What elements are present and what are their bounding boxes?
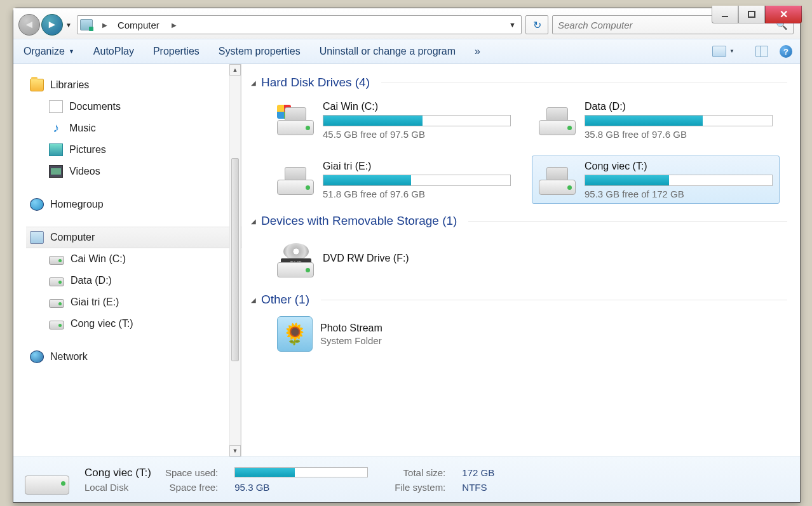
autoplay-button[interactable]: AutoPlay	[93, 46, 134, 57]
computer-icon	[30, 231, 44, 244]
command-bar: Organize▼ AutoPlay Properties System pro…	[13, 39, 800, 64]
sidebar-item-drive-t[interactable]: Cong viec (T:)	[26, 313, 241, 335]
section-other[interactable]: ◢ Other (1)	[251, 293, 787, 307]
system-properties-button[interactable]: System properties	[219, 46, 301, 57]
organize-menu[interactable]: Organize▼	[24, 46, 74, 57]
minimize-button[interactable]	[712, 6, 738, 23]
music-icon: ♪	[49, 122, 63, 135]
forward-button[interactable]: ►	[41, 14, 63, 36]
sidebar-item-pictures[interactable]: Pictures	[26, 139, 241, 161]
hard-drive-icon	[539, 105, 577, 135]
details-drive-name: Cong viec (T:)	[85, 467, 151, 479]
svg-rect-0	[722, 16, 728, 17]
pictures-icon	[49, 143, 63, 156]
sidebar-item-libraries[interactable]: Libraries	[26, 74, 241, 96]
sidebar-item-drive-e[interactable]: Giai tri (E:)	[26, 291, 241, 313]
preview-pane-button[interactable]	[755, 46, 768, 57]
network-icon	[30, 350, 44, 363]
details-space-bar	[234, 467, 368, 477]
hard-drive-icon	[277, 105, 315, 135]
sidebar-item-drive-d[interactable]: Data (D:)	[26, 270, 241, 291]
window-controls: ✕	[712, 6, 802, 23]
folder-icon	[30, 79, 44, 91]
navigation-pane: Libraries Documents ♪Music Pictures Vide…	[13, 64, 242, 456]
properties-button[interactable]: Properties	[153, 46, 200, 57]
collapse-icon: ◢	[251, 218, 256, 225]
hard-drive-icon	[277, 164, 315, 195]
sidebar-item-documents[interactable]: Documents	[26, 96, 241, 117]
details-drive-type: Local Disk	[85, 482, 151, 493]
capacity-bar	[323, 115, 511, 126]
scroll-track[interactable]	[229, 76, 241, 445]
scroll-down-button[interactable]: ▼	[229, 445, 241, 456]
hard-drive-icon	[539, 164, 577, 195]
history-dropdown[interactable]: ▼	[64, 22, 73, 29]
address-bar[interactable]: ▶ Computer ▶ ▼	[77, 15, 522, 34]
computer-icon	[80, 19, 93, 30]
refresh-button[interactable]: ↻	[525, 15, 548, 34]
sidebar-item-videos[interactable]: Videos	[26, 161, 241, 182]
drive-icon	[49, 256, 64, 265]
videos-icon	[49, 165, 63, 178]
breadcrumb-computer[interactable]: Computer	[112, 16, 165, 34]
details-pane: Cong viec (T:) Local Disk Space used: Sp…	[13, 456, 800, 502]
address-dropdown[interactable]: ▼	[504, 21, 521, 29]
navigation-bar: ◄ ► ▼ ▶ Computer ▶ ▼ ↻ 🔍	[13, 8, 800, 39]
view-options-button[interactable]	[712, 46, 726, 57]
collapse-icon: ◢	[251, 79, 256, 86]
sidebar-item-network[interactable]: Network	[26, 346, 241, 368]
drive-icon	[49, 321, 64, 330]
homegroup-icon	[30, 198, 44, 211]
dvd-drive-tile[interactable]: DVD DVD RW Drive (F:)	[270, 234, 518, 283]
toolbar-overflow[interactable]: »	[475, 46, 480, 57]
document-icon	[49, 100, 63, 113]
drive-tile-0[interactable]: Cai Win (C:)45.5 GB free of 97.5 GB	[270, 96, 518, 144]
collapse-icon: ◢	[251, 296, 256, 303]
sidebar-item-homegroup[interactable]: Homegroup	[26, 194, 241, 215]
drive-tile-1[interactable]: Data (D:)35.8 GB free of 97.6 GB	[532, 96, 780, 144]
capacity-bar	[585, 115, 773, 126]
capacity-bar	[323, 175, 511, 186]
sidebar-item-music[interactable]: ♪Music	[26, 117, 241, 139]
help-button[interactable]: ?	[780, 45, 792, 58]
chevron-right-icon: ▶	[172, 22, 177, 29]
explorer-window: ✕ ◄ ► ▼ ▶ Computer ▶ ▼ ↻ 🔍 Organize▼ Aut…	[13, 8, 801, 503]
svg-rect-1	[748, 11, 755, 17]
drive-tile-3[interactable]: Cong viec (T:)95.3 GB free of 172 GB	[532, 156, 780, 204]
uninstall-program-button[interactable]: Uninstall or change a program	[320, 46, 456, 57]
content-pane: ◢ Hard Disk Drives (4) Cai Win (C:)45.5 …	[242, 64, 800, 456]
scroll-thumb[interactable]	[231, 158, 239, 361]
sidebar-item-computer[interactable]: Computer	[26, 227, 241, 248]
drive-icon	[25, 465, 71, 495]
dvd-drive-icon: DVD	[277, 243, 315, 274]
photo-stream-tile[interactable]: 🌻 Photo Stream System Folder	[270, 313, 518, 355]
drive-icon	[49, 299, 64, 308]
section-removable-storage[interactable]: ◢ Devices with Removable Storage (1)	[251, 214, 787, 228]
photo-stream-icon: 🌻	[277, 316, 313, 352]
sidebar-item-drive-c[interactable]: Cai Win (C:)	[26, 248, 241, 270]
chevron-right-icon: ▶	[102, 22, 107, 29]
maximize-button[interactable]	[738, 6, 765, 23]
capacity-bar	[585, 175, 773, 186]
section-hard-disk-drives[interactable]: ◢ Hard Disk Drives (4)	[251, 76, 787, 90]
sidebar-scrollbar[interactable]: ▲ ▼	[229, 64, 241, 456]
drive-icon	[49, 277, 64, 286]
close-button[interactable]: ✕	[765, 6, 802, 23]
scroll-up-button[interactable]: ▲	[229, 64, 241, 76]
drive-tile-2[interactable]: Giai tri (E:)51.8 GB free of 97.6 GB	[270, 156, 518, 204]
back-button[interactable]: ◄	[18, 14, 40, 36]
